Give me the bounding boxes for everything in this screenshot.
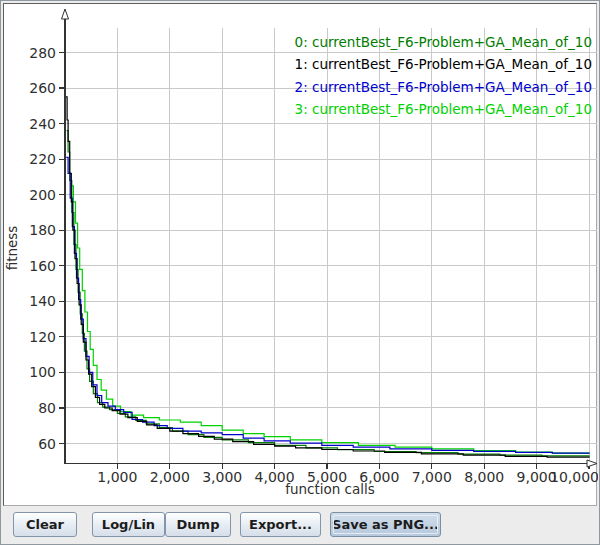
x-axis-arrow bbox=[587, 460, 597, 467]
toolbar: Clear Log/Lin Dump Export... Save as PNG… bbox=[3, 508, 599, 544]
plot-panel: 60801001201401601802002202402602801,0002… bbox=[3, 3, 597, 506]
series-line-3 bbox=[71, 186, 589, 454]
legend-entry-1: 1: currentBest_F6-Problem+GA_Mean_of_10 bbox=[295, 56, 592, 72]
y-tick-label: 80 bbox=[38, 400, 56, 416]
plot-window: 60801001201401601802002202402602801,0002… bbox=[0, 0, 600, 545]
y-tick-label: 220 bbox=[29, 151, 56, 167]
y-axis-title: fitness bbox=[4, 226, 20, 271]
x-tick-label: 7,000 bbox=[412, 469, 452, 485]
y-tick-label: 240 bbox=[29, 116, 56, 132]
x-tick-label: 8,000 bbox=[464, 469, 504, 485]
log-lin-button[interactable]: Log/Lin bbox=[92, 512, 165, 537]
y-tick-label: 160 bbox=[29, 258, 56, 274]
fitness-chart: 60801001201401601802002202402602801,0002… bbox=[4, 4, 598, 505]
legend-entry-0: 0: currentBest_F6-Problem+GA_Mean_of_10 bbox=[295, 34, 592, 50]
x-tick-label: 10,000 bbox=[550, 469, 598, 485]
y-tick-label: 140 bbox=[29, 293, 56, 309]
save-as-png-button[interactable]: Save as PNG... bbox=[330, 512, 441, 537]
y-tick-label: 280 bbox=[29, 45, 56, 61]
x-tick-label: 1,000 bbox=[97, 469, 137, 485]
legend-entry-3: 3: currentBest_F6-Problem+GA_Mean_of_10 bbox=[295, 101, 592, 117]
y-tick-label: 180 bbox=[29, 222, 56, 238]
export-button[interactable]: Export... bbox=[240, 512, 321, 537]
x-axis-title: function calls bbox=[285, 481, 375, 497]
x-tick-label: 3,000 bbox=[202, 469, 242, 485]
y-axis-arrow bbox=[62, 9, 69, 19]
y-tick-label: 260 bbox=[29, 80, 56, 96]
dump-button[interactable]: Dump bbox=[165, 512, 231, 537]
y-tick-label: 120 bbox=[29, 329, 56, 345]
y-tick-label: 60 bbox=[38, 436, 56, 452]
clear-button[interactable]: Clear bbox=[13, 512, 77, 537]
legend-entry-2: 2: currentBest_F6-Problem+GA_Mean_of_10 bbox=[295, 79, 592, 95]
series-line-2 bbox=[66, 157, 589, 453]
y-tick-label: 200 bbox=[29, 187, 56, 203]
x-tick-label: 2,000 bbox=[150, 469, 190, 485]
y-tick-label: 100 bbox=[29, 364, 56, 380]
